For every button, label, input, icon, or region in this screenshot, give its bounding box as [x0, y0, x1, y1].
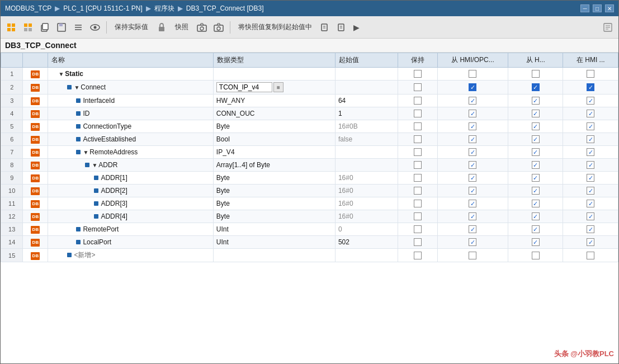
- keep-actual-btn[interactable]: 保持实际值: [111, 20, 152, 34]
- hmi3-checkbox[interactable]: ✓: [587, 83, 594, 91]
- tb-btn-copy-1[interactable]: [318, 20, 333, 35]
- hmi2-checkbox[interactable]: ✓: [532, 238, 540, 246]
- hmi3-checkbox[interactable]: [587, 70, 594, 78]
- hmi3-checkbox[interactable]: ✓: [587, 122, 594, 130]
- hmi3-checkbox[interactable]: ✓: [587, 187, 594, 195]
- hmi1-checkbox[interactable]: ✓: [469, 174, 476, 182]
- expander-icon[interactable]: ▼: [74, 84, 79, 91]
- hmi2-checkbox[interactable]: ✓: [532, 161, 540, 169]
- keep-checkbox[interactable]: [414, 161, 422, 169]
- hmi3-checkbox[interactable]: ✓: [587, 148, 594, 156]
- hmi1-checkbox[interactable]: ✓: [469, 238, 476, 246]
- tb-btn-copy[interactable]: [37, 20, 52, 35]
- keep-checkbox[interactable]: [414, 122, 422, 130]
- row-hmi2-cell: ✓: [508, 133, 563, 146]
- keep-checkbox[interactable]: [414, 83, 422, 91]
- hmi3-checkbox[interactable]: ✓: [587, 212, 594, 220]
- keep-checkbox[interactable]: [414, 148, 422, 156]
- tb-btn-camera-1[interactable]: [195, 20, 209, 35]
- hmi1-checkbox[interactable]: ✓: [469, 187, 476, 195]
- tb-btn-save[interactable]: [54, 20, 69, 35]
- title-part-1: MODBUS_TCP: [5, 4, 51, 12]
- row-keep-cell: [398, 210, 437, 223]
- keep-checkbox[interactable]: [414, 97, 422, 105]
- hmi3-checkbox[interactable]: ✓: [587, 225, 594, 233]
- tb-btn-copy-2[interactable]: [335, 20, 349, 35]
- hmi1-checkbox[interactable]: [469, 252, 476, 259]
- hmi3-checkbox[interactable]: ✓: [587, 174, 594, 182]
- type-select-btn[interactable]: ≡: [273, 82, 283, 92]
- keep-checkbox[interactable]: [414, 225, 422, 233]
- hmi1-checkbox[interactable]: ✓: [469, 122, 476, 130]
- keep-checkbox[interactable]: [414, 200, 422, 207]
- hmi3-checkbox[interactable]: ✓: [587, 135, 594, 143]
- hmi3-checkbox[interactable]: ✓: [587, 200, 594, 207]
- hmi1-checkbox[interactable]: ✓: [469, 110, 476, 117]
- hmi2-checkbox[interactable]: ✓: [532, 135, 540, 143]
- snapshot-btn[interactable]: 快照: [171, 20, 192, 34]
- hmi1-checkbox[interactable]: ✓: [469, 97, 476, 105]
- db-icon: DB: [31, 149, 40, 157]
- hmi3-checkbox[interactable]: ✓: [587, 110, 594, 117]
- hmi2-checkbox[interactable]: ✓: [532, 212, 540, 220]
- hmi2-checkbox[interactable]: ✓: [532, 200, 540, 207]
- hmi2-checkbox[interactable]: ✓: [532, 110, 540, 117]
- minimize-button[interactable]: ─: [580, 4, 589, 12]
- keep-checkbox[interactable]: [414, 110, 422, 117]
- keep-checkbox[interactable]: [414, 252, 422, 259]
- hmi2-checkbox[interactable]: [532, 70, 540, 78]
- svg-point-21: [217, 27, 220, 30]
- type-input[interactable]: [216, 82, 272, 92]
- expander-icon[interactable]: ▼: [92, 162, 97, 168]
- keep-checkbox[interactable]: [414, 135, 422, 143]
- hmi1-checkbox[interactable]: [469, 70, 476, 78]
- maximize-button[interactable]: □: [593, 4, 602, 12]
- keep-checkbox[interactable]: [414, 70, 422, 78]
- close-button[interactable]: ✕: [605, 4, 614, 12]
- hmi1-checkbox[interactable]: ✓: [469, 225, 476, 233]
- tb-btn-list[interactable]: [71, 20, 86, 35]
- tb-btn-2[interactable]: [21, 20, 35, 35]
- hmi2-checkbox[interactable]: ✓: [532, 122, 540, 130]
- hmi2-checkbox[interactable]: ✓: [532, 225, 540, 233]
- db-name-label: DB3_TCP_Connect: [5, 41, 77, 50]
- hmi2-checkbox[interactable]: [532, 252, 540, 259]
- tb-btn-1[interactable]: [4, 20, 18, 35]
- keep-checkbox[interactable]: [414, 212, 422, 220]
- tb-btn-right[interactable]: [601, 20, 615, 35]
- db-icon: DB: [31, 97, 40, 105]
- hmi3-checkbox[interactable]: [587, 252, 594, 259]
- hmi3-checkbox[interactable]: ✓: [587, 97, 594, 105]
- tb-btn-lock[interactable]: [154, 20, 169, 35]
- more-btn[interactable]: ▶: [352, 20, 361, 35]
- keep-checkbox[interactable]: [414, 238, 422, 246]
- row-hmi3-cell: ✓: [563, 146, 618, 159]
- copy-snapshot-btn[interactable]: 将快照值复制到起始值中: [234, 20, 316, 34]
- data-table-container[interactable]: 名称 数据类型 起始值 保持 从 HMI/OPC... 从 H... 在 HMI…: [1, 53, 618, 262]
- hmi3-checkbox[interactable]: ✓: [587, 238, 594, 246]
- hmi1-checkbox[interactable]: ✓: [469, 83, 476, 91]
- hmi1-checkbox[interactable]: ✓: [469, 148, 476, 156]
- expander-icon[interactable]: ▼: [83, 149, 88, 155]
- tb-btn-camera-2[interactable]: [211, 20, 226, 35]
- hmi2-checkbox[interactable]: ✓: [532, 187, 540, 195]
- expander-icon[interactable]: ▼: [58, 71, 64, 77]
- hmi2-checkbox[interactable]: ✓: [532, 148, 540, 156]
- keep-checkbox[interactable]: [414, 174, 422, 182]
- hmi1-checkbox[interactable]: ✓: [469, 212, 476, 220]
- row-icon-cell: DB: [23, 223, 48, 236]
- hmi2-checkbox[interactable]: ✓: [532, 83, 540, 91]
- hmi3-checkbox[interactable]: ✓: [587, 161, 594, 169]
- row-hmi3-cell: ✓: [563, 107, 618, 120]
- sq-icon: [76, 124, 81, 129]
- hmi1-checkbox[interactable]: ✓: [469, 135, 476, 143]
- hmi1-checkbox[interactable]: ✓: [469, 200, 476, 207]
- tb-btn-eye[interactable]: [88, 20, 102, 35]
- row-icon-cell: DB: [23, 146, 48, 159]
- hmi2-checkbox[interactable]: ✓: [532, 97, 540, 105]
- row-name-label: ADDR[2]: [101, 187, 127, 195]
- row-type-cell: UInt: [213, 236, 335, 249]
- hmi1-checkbox[interactable]: ✓: [469, 161, 476, 169]
- keep-checkbox[interactable]: [414, 187, 422, 195]
- hmi2-checkbox[interactable]: ✓: [532, 174, 540, 182]
